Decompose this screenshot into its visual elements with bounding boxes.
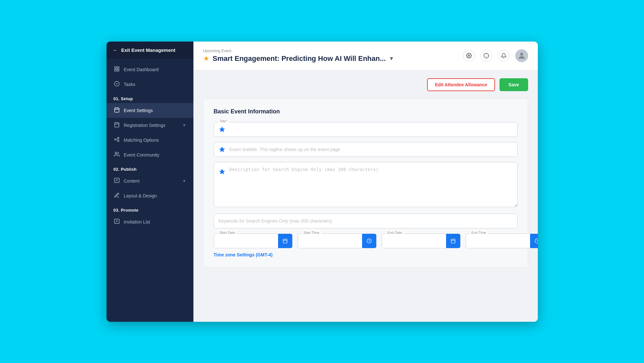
layout-icon (114, 192, 120, 199)
sidebar-item-label: Event Dashboard (124, 67, 159, 72)
sidebar-item-event-settings[interactable]: Event Settings (107, 103, 193, 118)
start-date-wrapper: 2023-08-03 (214, 234, 293, 248)
sidebar-item-layout-design[interactable]: Layout & Design (107, 188, 193, 203)
content-icon (114, 177, 120, 185)
end-time-label: End Time (470, 231, 488, 234)
svg-rect-0 (115, 67, 116, 68)
end-time-input[interactable]: 13:15 (466, 234, 530, 248)
keywords-field (214, 214, 518, 228)
start-time-label: Start Time (302, 231, 321, 234)
matching-icon (114, 137, 120, 144)
dashboard-icon (114, 66, 120, 73)
svg-rect-3 (117, 69, 119, 71)
chevron-down-icon: ▼ (182, 179, 186, 183)
start-date-picker-button[interactable] (278, 234, 292, 248)
form-section-title: Basic Event Information (214, 108, 518, 115)
back-icon: ← (113, 47, 118, 53)
sidebar-item-tasks[interactable]: Tasks (107, 77, 193, 92)
sidebar-item-invitation-list[interactable]: Invitation List (107, 215, 193, 229)
star-icon[interactable]: ★ (203, 54, 210, 63)
svg-rect-6 (115, 123, 119, 127)
svg-rect-1 (117, 67, 119, 68)
svg-rect-12 (114, 219, 119, 224)
timezone-settings-link[interactable]: Time zone Settings (GMT-4) (214, 252, 273, 257)
start-time-field: Start Time 12:00 (298, 234, 377, 248)
end-time-wrapper: 13:15 (466, 234, 538, 248)
end-date-input[interactable]: 2023-08-03 (382, 234, 446, 248)
edit-attendee-allowance-button[interactable]: Edit Attendee Allowance (427, 78, 495, 91)
title-input[interactable]: Smart Engagement: Predicting How AI Will… (214, 122, 518, 137)
community-icon (114, 151, 120, 158)
svg-rect-18 (283, 239, 287, 243)
publish-section-header: 02. Publish (107, 162, 193, 174)
sidebar-item-label: Content (124, 178, 140, 184)
content-area: Edit Attendee Allowance Save Basic Event… (193, 71, 538, 322)
upcoming-label: Upcoming Event (203, 49, 463, 53)
page-title: Smart Engagement: Predicting How AI Will… (213, 54, 386, 63)
sidebar-item-label: Event Community (124, 152, 159, 158)
save-button[interactable]: Save (499, 78, 528, 91)
svg-point-9 (117, 140, 119, 142)
exit-event-management-button[interactable]: ← Exit Event Management (107, 42, 193, 59)
start-date-label: Start Date (218, 231, 237, 234)
main-content: Upcoming Event ★ Smart Engagement: Predi… (193, 42, 538, 322)
start-time-picker-button[interactable] (362, 234, 376, 248)
ai-icon-subtitle (218, 146, 226, 153)
datetime-row: Start Date 2023-08-03 Start Time 12:00 (214, 234, 518, 248)
info-button[interactable] (481, 50, 492, 62)
title-field: Title* Smart Engagement: Predicting How … (214, 122, 518, 137)
sidebar-nav: Event Dashboard Tasks 01. Setup Event Se… (107, 59, 193, 322)
svg-point-7 (115, 139, 116, 140)
end-date-label: End Date (386, 231, 404, 234)
notifications-button[interactable] (498, 50, 509, 62)
setup-section-header: 01. Setup (107, 92, 193, 103)
sidebar-item-label: Event Settings (124, 108, 153, 113)
sidebar-item-label: Layout & Design (124, 193, 157, 198)
start-time-input[interactable]: 12:00 (298, 234, 362, 248)
promote-section-header: 03. Promote (107, 203, 193, 215)
topbar-title-row: ★ Smart Engagement: Predicting How AI Wi… (203, 54, 463, 63)
action-bar: Edit Attendee Allowance Save (203, 78, 528, 91)
end-date-picker-button[interactable] (446, 234, 460, 248)
svg-point-10 (115, 152, 117, 154)
sidebar-item-event-community[interactable]: Event Community (107, 148, 193, 162)
sidebar-item-event-dashboard[interactable]: Event Dashboard (107, 62, 193, 77)
app-container: ← Exit Event Management Event Dashboard … (107, 42, 538, 322)
ai-icon (218, 126, 226, 133)
settings-button[interactable] (463, 50, 475, 62)
chevron-down-icon[interactable]: ▼ (389, 56, 394, 62)
end-time-picker-button[interactable] (530, 234, 538, 248)
svg-point-8 (117, 137, 119, 139)
sidebar-item-label: Matching Options (124, 138, 159, 143)
end-date-wrapper: 2023-08-03 (382, 234, 461, 248)
ai-icon-description (218, 168, 226, 176)
end-date-field: End Date 2023-08-03 (382, 234, 461, 248)
end-time-field: End Time 13:15 (466, 234, 538, 248)
exit-label: Exit Event Management (121, 47, 175, 53)
keywords-input[interactable] (214, 214, 518, 228)
sidebar-item-label: Invitation List (124, 219, 150, 224)
topbar-actions (463, 49, 528, 62)
svg-point-17 (520, 53, 523, 56)
chevron-down-icon: ▼ (182, 123, 186, 128)
description-input[interactable] (214, 162, 518, 207)
title-label: Title* (218, 119, 229, 123)
topbar: Upcoming Event ★ Smart Engagement: Predi… (193, 42, 538, 71)
sidebar-item-content[interactable]: Content ▼ (107, 174, 193, 188)
subtitle-field (214, 142, 518, 157)
sidebar-item-label: Tasks (124, 82, 135, 87)
svg-rect-20 (451, 239, 455, 243)
event-settings-icon (114, 107, 120, 114)
description-field (214, 162, 518, 208)
subtitle-input[interactable] (214, 142, 518, 157)
tasks-icon (114, 81, 120, 88)
sidebar-item-registration-settings[interactable]: Registration Settings ▼ (107, 118, 193, 133)
invitation-icon (114, 218, 120, 225)
start-date-input[interactable]: 2023-08-03 (214, 234, 278, 248)
svg-rect-2 (115, 69, 116, 71)
start-date-field: Start Date 2023-08-03 (214, 234, 293, 248)
topbar-left: Upcoming Event ★ Smart Engagement: Predi… (203, 49, 463, 63)
avatar[interactable] (515, 49, 528, 62)
registration-icon (114, 122, 120, 129)
sidebar-item-matching-options[interactable]: Matching Options (107, 133, 193, 148)
